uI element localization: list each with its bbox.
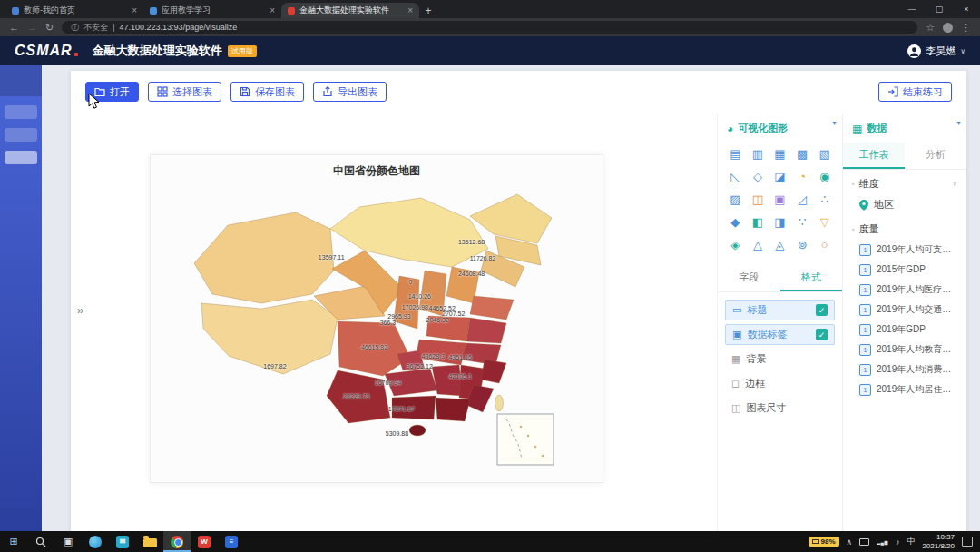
pyramid-chart-icon[interactable]: △: [748, 237, 769, 252]
province-shape[interactable]: [194, 212, 334, 303]
ring-chart-icon[interactable]: ⊚: [792, 237, 813, 252]
province-shape[interactable]: [338, 321, 410, 376]
network-signal-icon[interactable]: ▂▄▆: [877, 539, 888, 545]
text-table-icon[interactable]: ▤: [725, 146, 746, 162]
taskbar-app-chrome[interactable]: [163, 531, 191, 552]
radar-chart-icon[interactable]: ◬: [769, 237, 790, 252]
province-shape[interactable]: [327, 370, 390, 423]
volume-icon[interactable]: ♪: [896, 537, 900, 547]
sidebar-expand-icon[interactable]: »: [77, 303, 83, 317]
taskbar-app-edge[interactable]: [82, 531, 109, 552]
measure-item[interactable]: 12019年人均居住支出: [843, 380, 966, 399]
sidebar-item[interactable]: [5, 128, 37, 142]
browser-profile-avatar[interactable]: [943, 23, 953, 33]
province-shape[interactable]: [470, 296, 514, 320]
province-shape[interactable]: [481, 360, 506, 383]
gem-chart-icon[interactable]: ◈: [725, 237, 746, 252]
window-close-button[interactable]: ×: [953, 0, 980, 18]
province-shape[interactable]: [201, 300, 338, 374]
polar-chart-icon[interactable]: ○: [814, 237, 835, 252]
dimensions-section-header[interactable]: ▪ 维度 ∨: [843, 170, 966, 194]
tab-format[interactable]: 格式: [780, 265, 843, 291]
battery-indicator[interactable]: 98%: [808, 537, 839, 547]
area-chart-icon[interactable]: ◪: [769, 169, 790, 184]
browser-menu-icon[interactable]: ⋮: [961, 23, 971, 33]
chevron-down-icon[interactable]: ∨: [952, 180, 957, 188]
line-chart-icon[interactable]: ◺: [725, 169, 746, 184]
refresh-button[interactable]: ↻: [45, 23, 54, 33]
sidebar-item-active[interactable]: [5, 151, 37, 164]
display-icon[interactable]: [859, 538, 869, 546]
histogram-icon[interactable]: ▦: [769, 146, 790, 162]
taskbar-app-mail[interactable]: ✉: [109, 531, 136, 552]
boxplot-chart-icon[interactable]: ◨: [769, 214, 790, 230]
mosaic-chart-icon[interactable]: ▣: [769, 192, 790, 207]
province-shape[interactable]: [432, 365, 463, 396]
dimension-item-region[interactable]: 地区: [843, 194, 966, 215]
browser-tab[interactable]: 教师-我的首页×: [5, 3, 143, 18]
window-minimize-button[interactable]: —: [898, 0, 926, 18]
user-menu[interactable]: 李昊燃 ∨: [907, 44, 965, 58]
task-view-button[interactable]: ▣: [54, 531, 82, 552]
treemap-chart-icon[interactable]: ◫: [748, 192, 769, 207]
end-practice-button[interactable]: 结束练习: [878, 82, 952, 102]
taskbar-clock[interactable]: 10:37 2021/8/20: [922, 533, 955, 550]
collapse-triangle-icon[interactable]: ▼: [956, 120, 962, 126]
browser-tab[interactable]: 应用教学学习×: [143, 3, 281, 18]
measure-item[interactable]: 12019年人均可支配收入: [843, 240, 966, 260]
tab-close-icon[interactable]: ×: [270, 5, 275, 15]
candlestick-chart-icon[interactable]: ◧: [748, 214, 769, 230]
window-maximize-button[interactable]: ▢: [926, 0, 953, 18]
open-button[interactable]: 打开: [85, 82, 139, 102]
measure-item[interactable]: 12019年人均消费支出: [843, 360, 966, 380]
globe-chart-icon[interactable]: ◉: [814, 169, 835, 184]
province-shape[interactable]: [385, 369, 437, 396]
province-shape[interactable]: [466, 318, 506, 343]
new-tab-button[interactable]: +: [419, 3, 437, 18]
format-item-chart-size[interactable]: ◫图表尺寸: [725, 398, 835, 419]
export-chart-button[interactable]: 导出图表: [313, 82, 387, 102]
province-shape[interactable]: [426, 316, 470, 341]
measure-item[interactable]: 12019年人均医疗支出: [843, 280, 966, 300]
search-button[interactable]: [27, 531, 54, 552]
tab-analysis[interactable]: 分析: [905, 143, 966, 169]
province-shape[interactable]: [419, 271, 446, 316]
tray-expand-icon[interactable]: ∧: [847, 537, 853, 547]
browser-tab[interactable]: 金融大数据处理实验软件×: [281, 3, 419, 18]
bar-chart-icon[interactable]: ▥: [748, 146, 769, 162]
checkbox-checked-icon[interactable]: ✓: [816, 329, 828, 340]
column-chart-icon[interactable]: ▩: [792, 146, 813, 162]
bookmark-star-icon[interactable]: ☆: [926, 23, 935, 33]
tab-close-icon[interactable]: ×: [132, 5, 137, 15]
measures-section-header[interactable]: ▪ 度量: [843, 215, 966, 240]
format-item-data-labels[interactable]: ▣数据标签✓: [725, 324, 835, 345]
scatter-chart-icon[interactable]: ◇: [748, 169, 769, 184]
pie-chart-icon[interactable]: ◔: [792, 169, 813, 184]
measure-item[interactable]: 12015年GDP: [843, 260, 966, 280]
funnel-chart-icon[interactable]: ▽: [814, 214, 835, 230]
tab-fields[interactable]: 字段: [718, 265, 780, 291]
province-shape[interactable]: [392, 396, 436, 419]
collapsed-sidebar[interactable]: [0, 65, 42, 531]
forward-button[interactable]: →: [27, 23, 37, 33]
taiwan-island-shape[interactable]: [495, 395, 504, 411]
format-item-border[interactable]: ◻边框: [725, 373, 835, 394]
sidebar-item[interactable]: [5, 105, 37, 119]
back-button[interactable]: ←: [9, 23, 19, 33]
bubble-chart-icon[interactable]: ∵: [792, 214, 813, 230]
dot-plot-icon[interactable]: ∴: [814, 192, 835, 207]
url-box[interactable]: ⓘ 不安全 | 47.100.223.13:93/page/visualize: [62, 21, 917, 34]
taskbar-app-docs[interactable]: ≡: [218, 531, 245, 552]
diamond-chart-icon[interactable]: ◆: [725, 214, 746, 230]
save-chart-button[interactable]: 保存图表: [230, 82, 304, 102]
row-chart-icon[interactable]: ▧: [814, 146, 835, 162]
measure-item[interactable]: 12019年人均教育支出: [843, 340, 966, 360]
taskbar-app-file-explorer[interactable]: [136, 531, 163, 552]
format-item-title[interactable]: ▭标题✓: [725, 300, 835, 320]
measure-item[interactable]: 12019年GDP: [843, 320, 966, 340]
hainan-island-shape[interactable]: [409, 425, 426, 436]
collapse-triangle-icon[interactable]: ▼: [831, 120, 838, 126]
start-button[interactable]: ⊞: [0, 531, 27, 552]
province-shape[interactable]: [436, 398, 470, 421]
tab-worksheet[interactable]: 工作表: [843, 143, 905, 169]
